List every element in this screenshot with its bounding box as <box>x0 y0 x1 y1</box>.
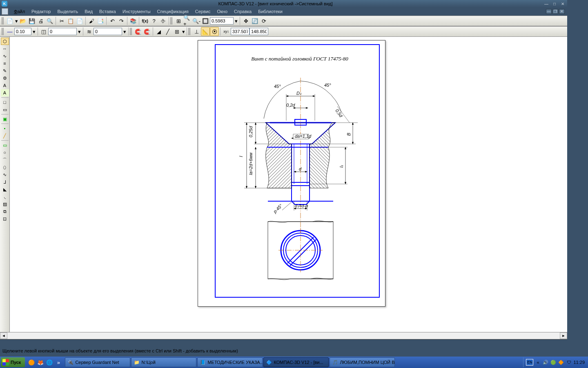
menu-insert[interactable]: Вставка <box>96 8 119 15</box>
layer-dropdown-icon[interactable]: ▾ <box>77 27 82 36</box>
scroll-left-button[interactable]: ◄ <box>0 332 7 339</box>
layer-icon[interactable]: ◫ <box>39 27 48 36</box>
reports-tool-button[interactable]: ▭ <box>1 106 9 113</box>
magnet-on-button[interactable]: 🧲 <box>134 27 143 36</box>
rotate-button[interactable]: 🔄 <box>250 16 259 25</box>
mdi-minimize-button[interactable]: — <box>546 9 552 14</box>
maximize-button[interactable]: □ <box>552 1 557 6</box>
open-button[interactable]: 📂 <box>18 16 27 25</box>
toolbar-grip-icon[interactable] <box>170 17 173 25</box>
toolbar-grip-icon[interactable] <box>130 28 132 35</box>
new-dropdown-icon[interactable]: ▾ <box>14 16 18 25</box>
save-button[interactable]: 💾 <box>27 16 36 25</box>
paste-button[interactable]: 📄 <box>75 16 84 25</box>
lineweight-dropdown-icon[interactable]: ▾ <box>31 27 36 36</box>
menu-window[interactable]: Окно <box>214 8 231 15</box>
copy-props-button[interactable]: 🖌 <box>87 16 96 25</box>
spline-button[interactable]: ∿ <box>1 171 9 178</box>
zoom-window-button[interactable]: 🔲 <box>201 16 210 25</box>
pan-button[interactable]: ✥ <box>241 16 250 25</box>
lineweight-input[interactable] <box>14 28 31 35</box>
arc-button[interactable]: ⌒ <box>1 156 9 164</box>
zoom-out-button[interactable]: 🔍- <box>192 16 201 25</box>
scroll-track[interactable] <box>7 332 560 339</box>
menu-tools[interactable]: Инструменты <box>119 8 154 15</box>
dim-B: B <box>346 133 351 136</box>
cut-button[interactable]: ✂ <box>57 16 66 25</box>
local-cs-button[interactable]: 📐 <box>201 27 210 36</box>
line-button[interactable]: ╱ <box>1 132 9 139</box>
properties-button[interactable]: 📑 <box>96 16 105 25</box>
snap-mid-button[interactable]: ╱ <box>163 27 172 36</box>
toolbar-grip-icon[interactable] <box>188 28 191 35</box>
coord-y-input[interactable] <box>249 28 268 35</box>
state-dropdown-icon[interactable]: ▾ <box>122 27 127 36</box>
horizontal-scrollbar[interactable]: ◄ ► <box>0 332 567 339</box>
circle-button[interactable]: ○ <box>1 149 9 156</box>
mdi-restore-button[interactable]: ❐ <box>552 9 558 14</box>
chamfer-button[interactable]: ◣ <box>1 186 9 193</box>
polyline-button[interactable]: ⅃ <box>1 178 9 186</box>
zoom-all-button[interactable]: ⊞ <box>174 16 183 25</box>
dim-02d: 0,2d <box>286 103 295 108</box>
library-manager-button[interactable]: 📚 <box>129 16 138 25</box>
hatch-button[interactable]: ▨ <box>1 200 9 208</box>
document-icon[interactable] <box>2 8 8 15</box>
refresh-button[interactable]: ⟳ <box>259 16 268 25</box>
magnet-off-button[interactable]: 🧲 <box>143 27 151 36</box>
fillet-button[interactable]: ◟ <box>1 193 9 200</box>
drawing-canvas[interactable]: Винт с потайной головкой ГОСТ 17475-80 <box>10 37 567 332</box>
menu-file[interactable]: Файл <box>11 8 28 15</box>
minimize-button[interactable]: — <box>543 1 549 6</box>
select-tool-button[interactable]: A <box>1 89 9 96</box>
ortho-button[interactable]: ⊥ <box>192 27 201 36</box>
snap-end-button[interactable]: ◢ <box>154 27 163 36</box>
text-tool-button[interactable]: ≡ <box>1 60 9 67</box>
menu-help[interactable]: Справка <box>231 8 255 15</box>
coord-x-input[interactable] <box>231 28 249 35</box>
measure-tool-button[interactable]: A <box>1 82 9 89</box>
menu-service[interactable]: Сервис <box>192 8 214 15</box>
round-button[interactable]: ⦿ <box>210 27 219 36</box>
zoom-input[interactable] <box>210 17 234 25</box>
spec-tool-button[interactable]: □ <box>1 99 9 106</box>
point-button[interactable]: • <box>1 125 9 132</box>
zoom-dropdown-icon[interactable]: ▾ <box>234 16 238 25</box>
undo-button[interactable]: ↶ <box>108 16 117 25</box>
zoom-in-button[interactable]: 🔍+ <box>183 16 192 25</box>
offset-button[interactable]: ⧉ <box>1 208 9 215</box>
print-button[interactable]: 🖨 <box>36 16 45 25</box>
rect-button[interactable]: ▭ <box>1 141 9 149</box>
geometry-tool-button[interactable]: ⬡ <box>1 38 9 45</box>
context-help-button[interactable]: ⯑ <box>158 16 167 25</box>
redo-button[interactable]: ↷ <box>117 16 126 25</box>
symbols-tool-button[interactable]: ∿ <box>1 52 9 60</box>
preview-button[interactable]: 🔍 <box>45 16 54 25</box>
state-input[interactable] <box>94 28 122 35</box>
menu-edit[interactable]: Редактор <box>28 8 54 15</box>
toolbar-grip-icon[interactable] <box>2 28 4 35</box>
snap-grid-dropdown-icon[interactable]: ▾ <box>181 27 185 36</box>
menu-view[interactable]: Вид <box>81 8 96 15</box>
menu-libs[interactable]: Библиотеки <box>255 8 286 15</box>
param-tool-button[interactable]: ⚙ <box>1 74 9 82</box>
snap-grid-button[interactable]: ⊞ <box>172 27 181 36</box>
menu-spec[interactable]: Спецификация <box>154 8 192 15</box>
new-button[interactable]: 📄 <box>5 16 14 25</box>
scroll-right-button[interactable]: ► <box>560 332 567 339</box>
dim-tool-button[interactable]: ↔ <box>1 45 9 52</box>
insert-tool-button[interactable]: ▣ <box>1 115 9 123</box>
menu-select[interactable]: Выделить <box>54 8 81 15</box>
edit-tool-button[interactable]: ✎ <box>1 67 9 74</box>
toolbar-grip-icon[interactable] <box>2 17 4 25</box>
close-button[interactable]: ✕ <box>560 1 566 6</box>
layers-button[interactable]: ≋ <box>85 27 94 36</box>
help-button[interactable]: ? <box>149 16 158 25</box>
svg-line-30 <box>282 202 292 210</box>
mdi-close-button[interactable]: ✕ <box>559 9 565 14</box>
ellipse-button[interactable]: ⬯ <box>1 164 9 171</box>
layer-input[interactable] <box>48 28 77 35</box>
variables-button[interactable]: f(x) <box>140 16 149 25</box>
copy-button[interactable]: 📋 <box>66 16 75 25</box>
collect-button[interactable]: ⊡ <box>1 215 9 222</box>
